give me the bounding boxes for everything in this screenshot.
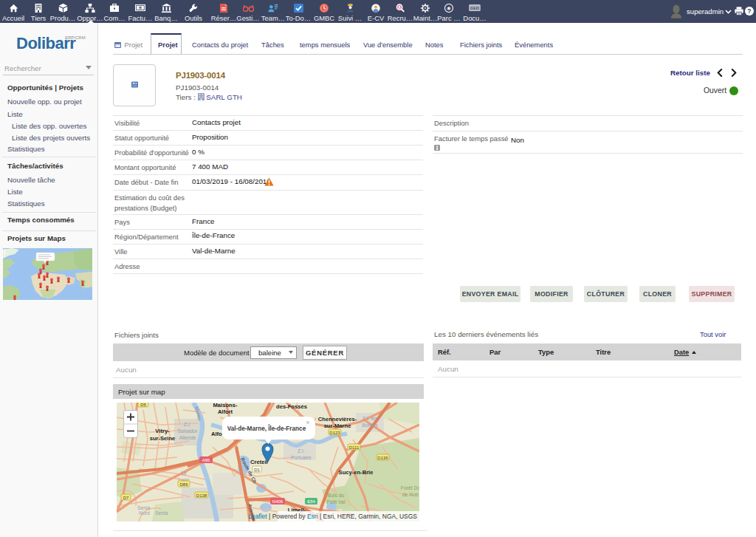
svg-text:A86: A86 [202,458,210,462]
svg-text:Val-de-Marne, Île-de-France: Val-de-Marne, Île-de-France [227,424,306,432]
svg-text:Nord: Nord [139,510,150,516]
svg-text:D138: D138 [196,493,207,498]
svg-text:D1: D1 [254,468,260,472]
svg-text:Z.I. les: Z.I. les [362,416,378,421]
svg-text:E54: E54 [307,499,315,504]
svg-text:◉: ◉ [447,5,450,10]
svg-text:Vitry-: Vitry- [155,428,170,434]
svg-text:0: 0 [140,5,142,10]
svg-text:?: ? [747,7,751,15]
svg-text:Le: Le [181,471,187,476]
svg-text:Leaflet | Powered by Esri | Es: Leaflet | Powered by Esri | Esri, HERE, … [248,513,417,520]
svg-text:Senia: Senia [137,505,151,510]
svg-text:Petit Val: Petit Val [327,499,346,504]
svg-text:Bordes: Bordes [362,423,378,428]
svg-text:Alfort: Alfort [218,408,233,415]
svg-text:Salvador: Salvador [178,428,199,434]
svg-text:Senia: Senia [155,510,168,516]
svg-text:Portuaire: Portuaire [291,455,312,460]
svg-text:D136: D136 [377,456,388,460]
svg-text:D123: D123 [329,431,340,435]
svg-text:N406: N406 [272,499,284,504]
svg-text:sur-Seine: sur-Seine [150,435,176,442]
svg-text:Z.I.: Z.I. [298,448,305,454]
svg-text:Maisons-: Maisons- [213,403,238,408]
svg-text:Alfo: Alfo [211,431,222,437]
svg-text:Creteil: Creteil [250,459,268,465]
svg-text:Sucy-en-Brie: Sucy-en-Brie [339,469,374,476]
svg-text:GED: GED [470,6,479,10]
svg-text:Z.I.: Z.I. [184,422,191,427]
svg-text:D111: D111 [349,445,360,450]
svg-text:sur-Marne: sur-Marne [324,423,351,429]
svg-text:Forêt Do: Forêt Do [401,485,419,490]
svg-text:Allende: Allende [179,435,196,440]
svg-text:D86: D86 [179,482,188,487]
svg-text:de Notr: de Notr [402,492,419,497]
svg-text:des-Fossés: des-Fossés [276,403,307,410]
svg-text:D5: D5 [140,403,146,407]
svg-text:D7: D7 [123,496,129,500]
svg-text:×: × [306,419,309,426]
svg-text:Bois du: Bois du [328,493,345,498]
svg-text:Chennevières-: Chennevières- [318,416,357,423]
